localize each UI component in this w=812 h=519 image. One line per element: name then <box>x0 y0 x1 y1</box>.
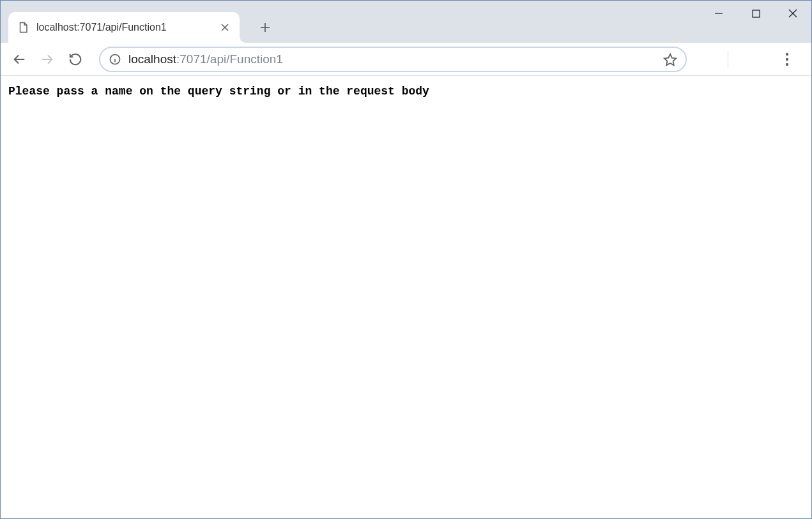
url-text[interactable]: localhost:7071/api/Function1 <box>128 52 656 66</box>
response-body-text: Please pass a name on the query string o… <box>8 85 804 98</box>
svg-rect-5 <box>753 10 760 17</box>
window-controls <box>700 1 811 31</box>
window-close-button[interactable] <box>774 1 811 26</box>
browser-window: localhost:7071/api/Function1 <box>0 0 812 519</box>
svg-point-16 <box>786 63 788 65</box>
bookmark-star-icon[interactable] <box>663 52 678 67</box>
site-info-icon[interactable] <box>108 52 122 66</box>
page-content: Please pass a name on the query string o… <box>1 76 811 518</box>
window-minimize-button[interactable] <box>700 1 737 26</box>
tab-active[interactable]: localhost:7071/api/Function1 <box>8 12 240 43</box>
window-maximize-button[interactable] <box>737 1 774 26</box>
tab-close-button[interactable] <box>219 22 231 33</box>
url-host: localhost <box>128 52 176 66</box>
tab-title: localhost:7071/api/Function1 <box>36 22 211 33</box>
tab-strip: localhost:7071/api/Function1 <box>1 10 811 43</box>
window-titlebar[interactable] <box>1 1 811 10</box>
page-icon <box>17 22 29 33</box>
svg-marker-13 <box>664 54 676 64</box>
toolbar-separator <box>728 50 728 68</box>
reload-button[interactable] <box>63 47 88 71</box>
back-button[interactable] <box>7 47 31 71</box>
svg-point-15 <box>786 57 788 60</box>
address-bar[interactable]: localhost:7071/api/Function1 <box>99 47 687 72</box>
new-tab-button[interactable] <box>254 16 277 39</box>
browser-menu-button[interactable] <box>774 47 800 72</box>
forward-button[interactable] <box>35 47 59 71</box>
toolbar: localhost:7071/api/Function1 <box>1 43 811 76</box>
url-path: :7071/api/Function1 <box>176 52 283 66</box>
svg-point-14 <box>786 52 788 55</box>
